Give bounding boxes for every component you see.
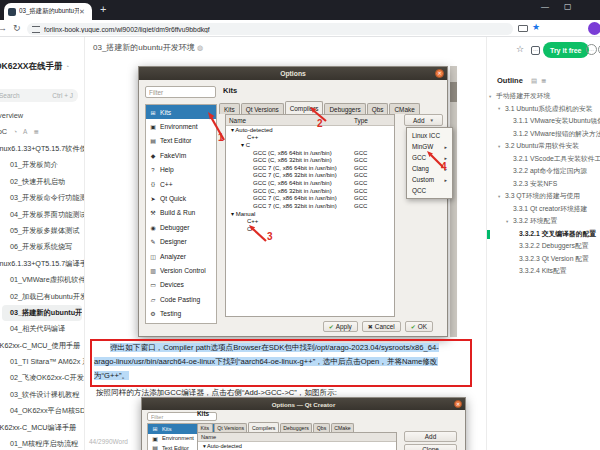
options-category-item[interactable]: ⚙ Testing [146,306,216,320]
options-category-item[interactable]: ◫ Analyzer [146,249,216,263]
forward-icon[interactable]: → [0,23,7,33]
url-bar[interactable]: forlinx-book.yuque.com/wl9002/ligiet/dm9… [27,23,513,35]
compiler-row[interactable]: GCC 7 (C, x86 32bit in /usr/bin) GCC [226,172,394,180]
doc-tree-item[interactable]: 03_搭建新的ubuntu开发... [2,305,82,321]
options-category-item[interactable]: ▥ Version Control [146,263,216,277]
doc-tree-item[interactable]: OK62xx-C_MCU编译手册 [0,420,84,436]
outline-item[interactable]: ▾ 3.2 Ubuntu常用软件安装 [487,140,600,153]
compiler-row[interactable]: GCC 7 (C, x86 64bit in /usr/bin) GCC [226,164,394,172]
outline-collapse-icon[interactable]: ▤ [531,77,537,85]
outline-item[interactable]: 3.1.1 VMware安装Ubuntu镜像 [487,115,600,128]
feedback-icon[interactable]: ⋯ [531,46,540,55]
toc-list-icon[interactable]: ≣ [33,128,38,136]
dialog-title-bar[interactable]: Options ✕ [139,67,447,80]
add-button[interactable]: Add▼ [404,114,443,126]
doc-tree-item[interactable]: 04_相关代码编译 [0,321,84,337]
cast-icon[interactable] [518,25,528,32]
options-category-item[interactable]: ✎ Designer [146,235,216,249]
add-menu-item[interactable]: MinGW ▸ [407,141,452,152]
kits-tab[interactable]: Kits [219,103,240,114]
dialog-title-bar[interactable]: Options — Qt Creator ✕ [142,398,465,410]
kits-tab[interactable]: Debuggers [324,103,365,114]
favorite-star-icon[interactable]: ☆ [516,44,524,54]
doc-tree-item[interactable]: 03_软件设计裸机教程 [0,387,84,403]
bookmark-star-icon[interactable]: ★ [532,22,540,32]
kits-tab[interactable]: Qt Versions [214,423,248,432]
add-menu-item[interactable]: Linux ICC [407,130,452,141]
options-category-item[interactable]: ⊞ Kits [146,105,216,119]
doc-tree-item[interactable]: Linux6.1.33+QT5.15.7软件使用.. [0,141,84,157]
ok-button[interactable]: ✔OK [405,321,433,332]
doc-tree-item[interactable]: 02_快速开机启动 [0,174,84,190]
doc-tree-item[interactable]: 01_开发板简介 [0,157,84,173]
add-menu-item[interactable]: Custom ▸ [407,174,452,185]
dialog-close-icon[interactable]: ✕ [454,400,462,408]
doc-tree-item[interactable]: 05_开发板多媒体测试 [0,223,84,239]
compiler-row[interactable]: GCC (C, x86 64bit in /usr/bin) GCC [226,179,394,187]
compiler-row[interactable]: C++ [226,217,394,225]
compiler-row[interactable]: GCC 7 (C, x86 32bit in /usr/bin) GCC [226,202,394,210]
tab-close-icon[interactable]: ✕ [79,8,85,16]
doc-tree-item[interactable]: 01_VMWare虚拟机软件安装 [0,272,84,288]
doc-tree-item[interactable]: 03_开发板命令行功能测试 [0,190,84,206]
doc-tree-item[interactable]: 01_M核程序启动流程 [0,436,84,450]
sidebar-search-input[interactable]: Search Ctrl + J [0,89,78,102]
cancel-button[interactable]: ✖Cancel [362,321,401,332]
toc-font-icon[interactable]: A [23,128,27,135]
help-circle-icon[interactable]: ⋯ [586,44,597,55]
compiler-row[interactable]: ▾ Auto-detected [226,126,394,134]
doc-tree-item[interactable]: 01_TI Sitara™ AM62x 系列... [0,354,84,370]
apply-button[interactable]: ✔Apply [323,321,358,332]
options-category-item[interactable]: ◆ FakeVim [146,148,216,162]
compiler-row[interactable]: GCC 7 (C, x86 64bit in /usr/bin) GCC [226,194,394,202]
outline-item[interactable]: ▾ 3.3 QT环境的搭建与使用 [487,190,600,203]
doc-tree-item[interactable]: 04_开发板界面功能测试 [0,207,84,223]
compiler-row[interactable]: ▾ Auto-detected [198,442,396,449]
options-category-item[interactable]: ▭ Devices [146,278,216,292]
outline-item[interactable]: ▾ 手动搭建开发环境 [487,90,600,103]
compiler-row[interactable]: GCC (C, x86 64bit in /usr/bin) GCC [226,149,394,157]
outline-item[interactable]: 3.3.2.4 Kits配置 [487,265,600,278]
doc-tree-item[interactable]: 04_OK62xx平台M核SDK使.. [0,403,84,419]
sidebar-item-overview[interactable]: overview [0,111,84,120]
kits-tab[interactable]: Qbs [367,103,389,114]
outline-list-icon[interactable]: ≣ [541,77,546,85]
kits-tab[interactable]: Qt Versions [241,103,284,114]
outline-item[interactable]: 3.2.1 VScode工具安装软件工具 [487,153,600,166]
options-category-item[interactable]: ➤ Qt Quick [146,191,216,205]
profile-avatar[interactable] [588,22,600,35]
clone-button[interactable]: Clone [404,444,457,450]
options-category-item[interactable]: ? Help [146,163,216,177]
kits-tab[interactable]: Qbs [313,423,330,432]
kits-tab[interactable]: Compilers [285,101,324,114]
compiler-row[interactable]: ▾ C [226,141,394,149]
outline-item[interactable]: 3.3.1 Qt creator环境搭建 [487,203,600,216]
type-column-header[interactable]: Type [354,117,368,124]
options-category-item[interactable]: ⚒ Build & Run [146,206,216,220]
site-settings-icon[interactable] [32,26,40,33]
options-category-item[interactable]: ▣ Environment [146,119,216,133]
doc-tree-item[interactable]: 02_加载已有ubuntu开发环... [0,289,84,305]
add-menu-item[interactable]: QCC [407,185,452,196]
compiler-row[interactable]: C++ [226,134,394,142]
kits-tab[interactable]: CMake [389,103,419,114]
outline-item[interactable]: 3.2.3 安装NFS [487,178,600,191]
outline-item[interactable]: 3.2.2 apt命令指定国内源 [487,165,600,178]
options-category-item[interactable]: ◉ Debugger [146,220,216,234]
outline-item[interactable]: 3.1.2 VMware报错的解决方法 [487,128,600,141]
toc-refresh-icon[interactable]: ◔ [13,128,17,135]
doc-tree-item[interactable]: 02_飞凌OK62xx-C开发板M... [0,370,84,386]
doc-tree-item[interactable]: 06_开发板系统烧写 [0,239,84,255]
window-maximize-button[interactable]: ▢ [564,2,572,11]
doc-tree-item[interactable]: OK62xx-C_MCU_使用手册 [0,338,84,354]
try-it-free-button[interactable]: Try it free [543,42,589,58]
options-category-item[interactable]: ▤ Text Editor [146,134,216,148]
compiler-row[interactable]: GCC (C, x86 32bit in /usr/bin) GCC [226,187,394,195]
options-category-item[interactable]: {} C++ [146,177,216,191]
compiler-row[interactable]: C [226,225,394,233]
reload-icon[interactable]: ↻ [13,23,21,33]
dialog-close-icon[interactable]: ✕ [435,69,444,78]
outline-item[interactable]: 3.3.2.2 Debuggers配置 [487,240,600,253]
compiler-row[interactable]: ▾ Manual [226,210,394,218]
scrollbar-thumb[interactable] [450,82,457,102]
